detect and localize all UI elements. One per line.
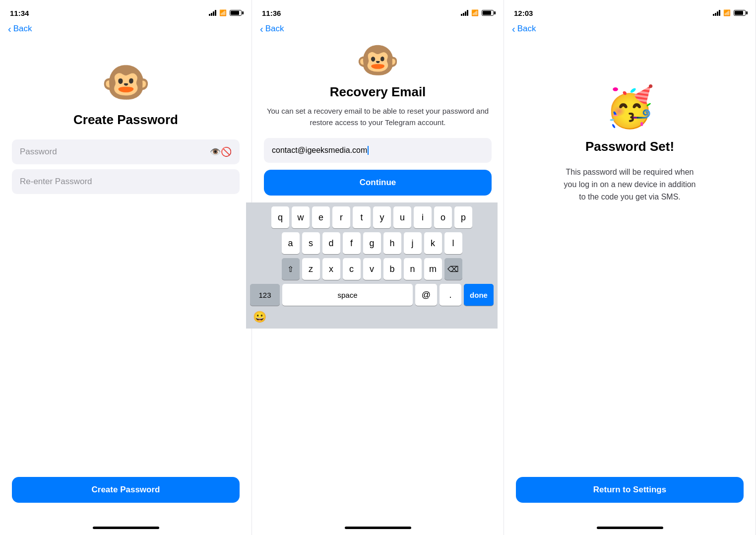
backspace-key[interactable]: ⌫ xyxy=(444,258,462,280)
email-input-field[interactable]: contact@igeeksmedia.com xyxy=(264,138,492,163)
return-to-settings-button[interactable]: Return to Settings xyxy=(516,477,744,503)
status-bar-2: 11:36 📶 xyxy=(252,0,504,22)
battery-icon-1 xyxy=(230,10,242,16)
continue-button[interactable]: Continue xyxy=(264,170,492,196)
status-bar-1: 11:34 📶 xyxy=(0,0,252,22)
recovery-email-title: Recovery Email xyxy=(330,84,426,100)
key-l[interactable]: l xyxy=(444,232,462,254)
reenter-password-placeholder: Re-enter Password xyxy=(20,177,92,187)
key-x[interactable]: x xyxy=(322,258,340,280)
key-w[interactable]: w xyxy=(292,206,310,228)
virtual-keyboard: q w e r t y u i o p a s d f g h j k l xyxy=(246,202,498,329)
key-m[interactable]: m xyxy=(424,258,442,280)
nav-bar-3: ‹ Back xyxy=(504,22,756,38)
status-bar-3: 12:03 📶 xyxy=(504,0,756,22)
monkey-emoji-1: 🐵 xyxy=(101,63,151,102)
key-d[interactable]: d xyxy=(322,232,340,254)
key-space[interactable]: space xyxy=(282,284,413,306)
key-123[interactable]: 123 xyxy=(250,284,280,306)
keyboard-row-3: ⇧ z x c v b n m ⌫ xyxy=(248,258,496,280)
eye-slash-icon[interactable]: 👁️‍🚫 xyxy=(210,146,232,157)
key-i[interactable]: i xyxy=(414,206,432,228)
back-label-1: Back xyxy=(13,24,32,34)
screen2-main-content: 🐵 Recovery Email You can set a recovery … xyxy=(252,38,504,523)
back-label-3: Back xyxy=(517,24,536,34)
back-button-3[interactable]: ‹ Back xyxy=(512,24,536,34)
back-chevron-2: ‹ xyxy=(260,24,263,34)
screen2-recovery-email: 11:36 📶 ‹ Back 🐵 Recovery Email You can … xyxy=(252,0,504,535)
key-c[interactable]: c xyxy=(343,258,361,280)
wifi-icon-1: 📶 xyxy=(219,9,227,16)
reenter-password-input-field[interactable]: Re-enter Password xyxy=(12,169,240,194)
key-y[interactable]: y xyxy=(373,206,391,228)
emoji-key-row: 😀 xyxy=(248,308,496,327)
screen3-password-set: 12:03 📶 ‹ Back 🥳 Password Set! This pass… xyxy=(504,0,756,535)
status-icons-1: 📶 xyxy=(209,9,242,16)
signal-icon-3 xyxy=(713,10,720,16)
back-label-2: Back xyxy=(265,24,284,34)
recovery-email-description: You can set a recovery email to be able … xyxy=(264,106,492,128)
nav-bar-2: ‹ Back xyxy=(252,22,504,38)
password-set-description: This password will be required when you … xyxy=(561,166,699,203)
battery-icon-2 xyxy=(482,10,494,16)
screen1-create-password: 11:34 📶 ‹ Back 🐵 Create Password Passwor… xyxy=(0,0,252,535)
nav-bar-1: ‹ Back xyxy=(0,22,252,38)
time-3: 12:03 xyxy=(514,9,533,17)
keyboard-bottom-row: 123 space @ . done xyxy=(248,284,496,306)
key-period[interactable]: . xyxy=(440,284,461,306)
email-input-value: contact@igeeksmedia.com xyxy=(272,146,367,155)
key-s[interactable]: s xyxy=(302,232,320,254)
key-v[interactable]: v xyxy=(363,258,381,280)
screen1-main-content: 🐵 Create Password Password 👁️‍🚫 Re-enter… xyxy=(0,38,252,523)
home-indicator-3 xyxy=(597,527,663,529)
key-f[interactable]: f xyxy=(343,232,361,254)
back-chevron-3: ‹ xyxy=(512,24,515,34)
key-h[interactable]: h xyxy=(383,232,401,254)
back-button-1[interactable]: ‹ Back xyxy=(8,24,32,34)
back-chevron-1: ‹ xyxy=(8,24,11,34)
key-a[interactable]: a xyxy=(282,232,300,254)
key-b[interactable]: b xyxy=(383,258,401,280)
keyboard-row-1: q w e r t y u i o p xyxy=(248,206,496,228)
key-p[interactable]: p xyxy=(454,206,472,228)
key-j[interactable]: j xyxy=(404,232,422,254)
key-r[interactable]: r xyxy=(332,206,350,228)
party-emoji: 🥳 xyxy=(605,87,655,127)
text-cursor xyxy=(368,146,369,155)
key-z[interactable]: z xyxy=(302,258,320,280)
key-k[interactable]: k xyxy=(424,232,442,254)
key-n[interactable]: n xyxy=(404,258,422,280)
key-u[interactable]: u xyxy=(393,206,411,228)
signal-icon-1 xyxy=(209,10,216,16)
password-input-field[interactable]: Password 👁️‍🚫 xyxy=(12,139,240,164)
key-done[interactable]: done xyxy=(464,284,494,306)
key-at[interactable]: @ xyxy=(415,284,437,306)
key-q[interactable]: q xyxy=(271,206,289,228)
home-indicator-1 xyxy=(93,527,159,529)
keyboard-row-2: a s d f g h j k l xyxy=(248,232,496,254)
shift-key[interactable]: ⇧ xyxy=(282,258,300,280)
battery-icon-3 xyxy=(734,10,746,16)
home-indicator-2 xyxy=(345,527,411,529)
key-o[interactable]: o xyxy=(434,206,452,228)
status-icons-2: 📶 xyxy=(461,9,494,16)
wifi-icon-2: 📶 xyxy=(471,9,479,16)
key-g[interactable]: g xyxy=(363,232,381,254)
monkey-emoji-2: 🐵 xyxy=(356,43,399,77)
password-placeholder: Password xyxy=(20,147,57,157)
screen3-main-content: 🥳 Password Set! This password will be re… xyxy=(504,38,756,523)
wifi-icon-3: 📶 xyxy=(723,9,731,16)
time-2: 11:36 xyxy=(262,9,281,17)
create-password-title: Create Password xyxy=(73,112,178,128)
key-t[interactable]: t xyxy=(353,206,371,228)
back-button-2[interactable]: ‹ Back xyxy=(260,24,284,34)
signal-icon-2 xyxy=(461,10,468,16)
time-1: 11:34 xyxy=(10,9,29,17)
key-e[interactable]: e xyxy=(312,206,330,228)
emoji-key[interactable]: 😀 xyxy=(253,311,266,324)
status-icons-3: 📶 xyxy=(713,9,746,16)
password-set-title: Password Set! xyxy=(585,139,674,154)
create-password-button[interactable]: Create Password xyxy=(12,477,240,503)
